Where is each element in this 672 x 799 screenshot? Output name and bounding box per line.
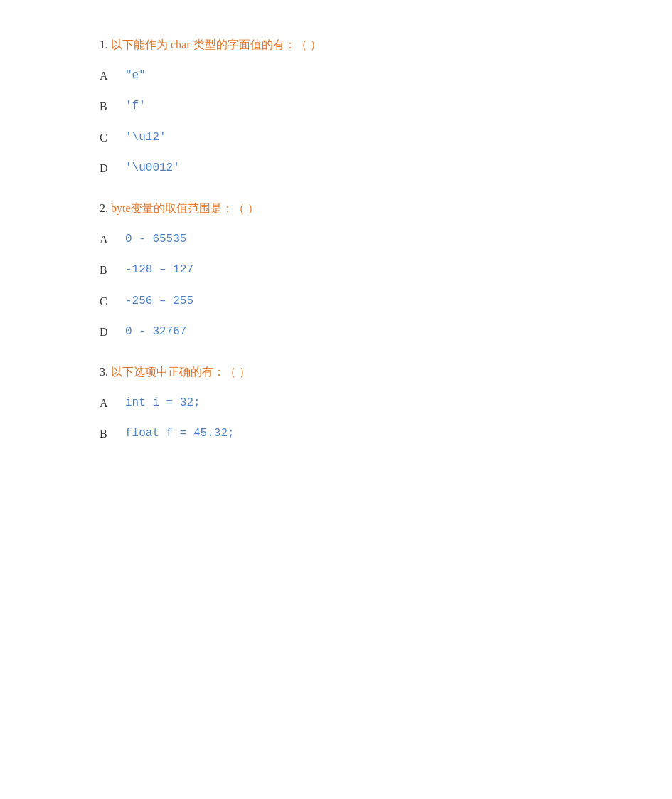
option-row-q1-a: A"e" (100, 67, 572, 85)
option-value-q2-a: 0 - 65535 (125, 231, 186, 249)
option-value-q1-a: "e" (125, 67, 146, 85)
option-value-q3-b: float f = 45.32; (125, 425, 235, 443)
option-value-q3-a: int i = 32; (125, 394, 201, 413)
option-row-q3-a: Aint i = 32; (100, 394, 572, 413)
option-label-q3-a: A (100, 394, 125, 413)
option-row-q2-a: A0 - 65535 (100, 231, 572, 249)
question-title-1: 1. 以下能作为 char 类型的字面值的有：（ ） (100, 36, 572, 54)
option-row-q3-b: Bfloat f = 45.32; (100, 425, 572, 443)
option-label-q3-b: B (100, 425, 125, 443)
option-value-q1-d: '\u0012' (125, 159, 180, 178)
question-title-text-3: 以下选项中正确的有：（ ） (111, 366, 250, 378)
option-row-q2-d: D0 - 32767 (100, 323, 572, 342)
option-value-q2-b: -128 – 127 (125, 261, 193, 280)
question-number-1: 1. (100, 38, 111, 51)
question-block-1: 1. 以下能作为 char 类型的字面值的有：（ ）A"e"B'f'C'\u12… (100, 36, 572, 178)
question-title-3: 3. 以下选项中正确的有：（ ） (100, 363, 572, 381)
option-label-q2-a: A (100, 231, 125, 249)
question-block-3: 3. 以下选项中正确的有：（ ）Aint i = 32;Bfloat f = 4… (100, 363, 572, 443)
option-value-q1-b: 'f' (125, 97, 146, 116)
question-number-2: 2. (100, 202, 111, 214)
option-row-q1-d: D'\u0012' (100, 159, 572, 178)
main-content: 1. 以下能作为 char 类型的字面值的有：（ ）A"e"B'f'C'\u12… (100, 36, 572, 443)
option-label-q1-c: C (100, 129, 125, 147)
option-label-q2-b: B (100, 261, 125, 280)
option-label-q2-d: D (100, 323, 125, 342)
option-label-q1-d: D (100, 159, 125, 178)
option-label-q2-c: C (100, 292, 125, 311)
option-row-q2-b: B-128 – 127 (100, 261, 572, 280)
option-value-q2-d: 0 - 32767 (125, 323, 186, 342)
option-row-q1-b: B'f' (100, 97, 572, 116)
option-row-q2-c: C-256 – 255 (100, 292, 572, 311)
question-title-text-1: 以下能作为 char 类型的字面值的有：（ ） (111, 38, 321, 51)
option-value-q1-c: '\u12' (125, 129, 166, 147)
question-title-2: 2. byte变量的取值范围是：（ ） (100, 199, 572, 218)
option-label-q1-b: B (100, 97, 125, 116)
option-value-q2-c: -256 – 255 (125, 292, 193, 311)
option-label-q1-a: A (100, 67, 125, 85)
question-block-2: 2. byte变量的取值范围是：（ ）A0 - 65535B-128 – 127… (100, 199, 572, 342)
option-row-q1-c: C'\u12' (100, 129, 572, 147)
question-title-text-2: byte变量的取值范围是：（ ） (111, 202, 259, 214)
question-number-3: 3. (100, 366, 111, 378)
